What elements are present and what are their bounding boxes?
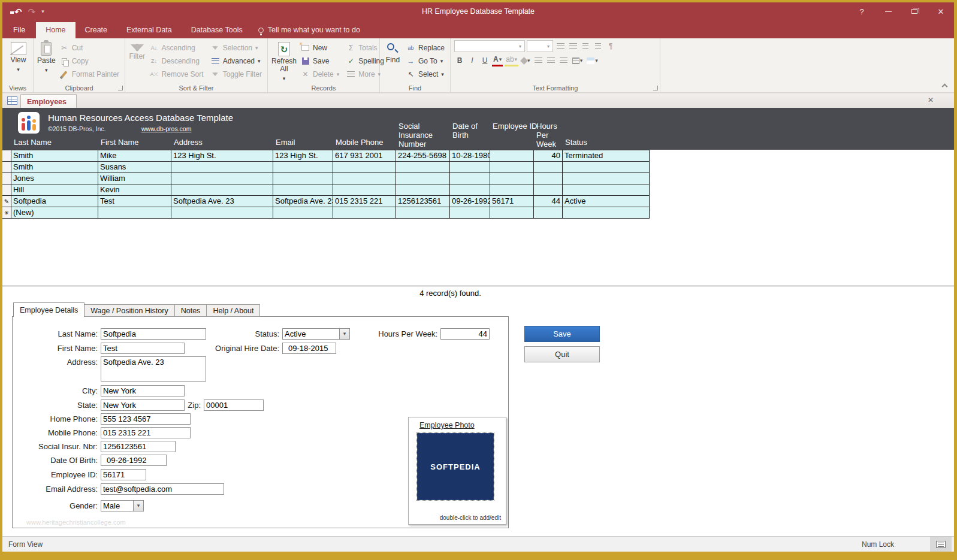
cut-button[interactable]: ✂ Cut bbox=[57, 41, 122, 55]
tab-home[interactable]: Home bbox=[36, 22, 75, 38]
date-of-birth-input[interactable] bbox=[101, 455, 167, 466]
state-input[interactable] bbox=[101, 399, 185, 411]
format-painter-button[interactable]: Format Painter bbox=[57, 68, 122, 81]
minimize-icon[interactable] bbox=[875, 2, 901, 20]
tell-me-box[interactable]: Tell me what you want to do bbox=[252, 22, 366, 38]
customize-qat-icon[interactable] bbox=[41, 8, 44, 14]
table-cell[interactable] bbox=[333, 173, 396, 184]
table-cell[interactable] bbox=[273, 207, 333, 218]
table-cell[interactable] bbox=[490, 173, 534, 184]
gridlines-button[interactable] bbox=[571, 55, 584, 66]
redo-icon[interactable]: ↷ bbox=[28, 7, 36, 16]
table-cell[interactable]: Jones bbox=[11, 173, 98, 184]
close-icon[interactable]: ✕ bbox=[928, 2, 954, 20]
row-selector[interactable] bbox=[2, 150, 11, 161]
table-cell[interactable] bbox=[396, 162, 450, 172]
original-hire-date-input[interactable] bbox=[282, 343, 336, 354]
table-cell[interactable] bbox=[490, 207, 534, 218]
undo-icon[interactable]: ↶ bbox=[14, 7, 22, 16]
mobile-phone-input[interactable] bbox=[101, 427, 191, 438]
table-cell[interactable]: Active bbox=[563, 196, 650, 207]
table-cell[interactable] bbox=[563, 207, 650, 218]
table-cell[interactable] bbox=[333, 184, 396, 195]
tab-notes[interactable]: Notes bbox=[175, 304, 207, 317]
table-cell[interactable] bbox=[273, 184, 333, 195]
table-cell[interactable] bbox=[396, 173, 450, 184]
table-cell[interactable] bbox=[171, 207, 273, 218]
table-cell[interactable]: 224-255-5698 bbox=[396, 150, 450, 161]
table-cell[interactable] bbox=[563, 184, 650, 195]
help-icon[interactable]: ? bbox=[849, 2, 875, 20]
table-cell[interactable] bbox=[171, 173, 273, 184]
align-right-icon[interactable] bbox=[558, 55, 569, 66]
table-cell[interactable]: Softpedia Ave. 23 bbox=[171, 196, 273, 207]
bullets-icon[interactable] bbox=[555, 40, 566, 52]
form-view-toggle-button[interactable] bbox=[930, 537, 952, 552]
remove-sort-button[interactable]: A⤬ Remove Sort bbox=[147, 68, 207, 81]
quit-button[interactable]: Quit bbox=[524, 346, 600, 362]
table-cell[interactable]: Test bbox=[98, 196, 171, 207]
paste-button[interactable]: Paste bbox=[37, 40, 56, 74]
table-cell[interactable]: William bbox=[98, 173, 171, 184]
employee-photo[interactable]: SOFTPEDIA bbox=[417, 433, 494, 500]
table-cell[interactable]: 09-26-1992 bbox=[450, 196, 490, 207]
bold-button[interactable]: B bbox=[454, 55, 465, 66]
toggle-filter-button[interactable]: Toggle Filter bbox=[208, 68, 265, 81]
zip-input[interactable] bbox=[204, 399, 264, 411]
text-formatting-dialog-launcher-icon[interactable] bbox=[653, 86, 658, 90]
decrease-indent-icon[interactable] bbox=[580, 40, 591, 52]
table-cell[interactable]: 1256123561 bbox=[396, 196, 450, 207]
table-cell[interactable] bbox=[396, 184, 450, 195]
chevron-down-icon[interactable]: ▾ bbox=[133, 500, 144, 511]
tab-help-about[interactable]: Help / About bbox=[207, 304, 260, 317]
find-button[interactable]: Find bbox=[384, 40, 402, 64]
table-cell[interactable] bbox=[333, 162, 396, 172]
restore-icon[interactable] bbox=[901, 2, 928, 20]
tab-employees[interactable]: Employees bbox=[20, 94, 77, 108]
selection-button[interactable]: Selection bbox=[208, 41, 265, 55]
table-cell[interactable]: Smith bbox=[11, 162, 98, 172]
replace-button[interactable]: ab Replace bbox=[403, 41, 448, 55]
table-cell[interactable] bbox=[490, 150, 534, 161]
table-cell[interactable] bbox=[534, 184, 563, 195]
employee-id-input[interactable] bbox=[101, 469, 146, 480]
copy-button[interactable]: Copy bbox=[57, 55, 122, 68]
gender-combobox[interactable]: ▾ bbox=[101, 500, 144, 511]
city-input[interactable] bbox=[101, 385, 185, 396]
table-cell[interactable] bbox=[273, 162, 333, 172]
clipboard-dialog-launcher-icon[interactable] bbox=[118, 86, 123, 90]
table-cell[interactable] bbox=[450, 162, 490, 172]
font-color-button[interactable]: A bbox=[492, 55, 503, 66]
descending-button[interactable]: Z↓ Descending bbox=[147, 55, 207, 68]
table-cell[interactable]: 123 High St. bbox=[171, 150, 273, 161]
table-cell[interactable] bbox=[171, 184, 273, 195]
table-cell[interactable] bbox=[450, 207, 490, 218]
font-name-combobox[interactable]: ▾ bbox=[454, 40, 525, 52]
select-button[interactable]: ↖ Select bbox=[403, 68, 448, 81]
table-cell[interactable] bbox=[171, 162, 273, 172]
table-cell[interactable]: Terminated bbox=[563, 150, 650, 161]
view-button[interactable]: View bbox=[6, 40, 31, 74]
highlight-color-button[interactable]: ab bbox=[505, 55, 518, 66]
table-cell[interactable]: 015 2315 221 bbox=[333, 196, 396, 207]
home-phone-input[interactable] bbox=[101, 413, 191, 425]
filter-button[interactable]: Filter bbox=[129, 40, 146, 60]
tab-external-data[interactable]: External Data bbox=[117, 22, 182, 38]
table-cell[interactable]: 617 931 2001 bbox=[333, 150, 396, 161]
align-center-icon[interactable] bbox=[546, 55, 557, 66]
underline-button[interactable]: U bbox=[479, 55, 490, 66]
row-selector[interactable]: ✳ bbox=[2, 207, 11, 218]
table-cell[interactable] bbox=[563, 162, 650, 172]
align-left-icon[interactable] bbox=[533, 55, 544, 66]
tab-create[interactable]: Create bbox=[76, 22, 117, 38]
tab-database-tools[interactable]: Database Tools bbox=[182, 22, 252, 38]
row-selector[interactable]: ✎ bbox=[2, 196, 11, 207]
italic-button[interactable]: I bbox=[467, 55, 478, 66]
table-cell[interactable] bbox=[563, 173, 650, 184]
table-cell[interactable]: 44 bbox=[534, 196, 563, 207]
table-cell[interactable]: (New) bbox=[11, 207, 98, 218]
numbering-icon[interactable] bbox=[567, 40, 578, 52]
text-direction-icon[interactable]: ¶ bbox=[605, 40, 616, 52]
address-input[interactable]: Softpedia Ave. 23 bbox=[101, 356, 206, 382]
collapse-ribbon-icon[interactable] bbox=[942, 83, 948, 89]
